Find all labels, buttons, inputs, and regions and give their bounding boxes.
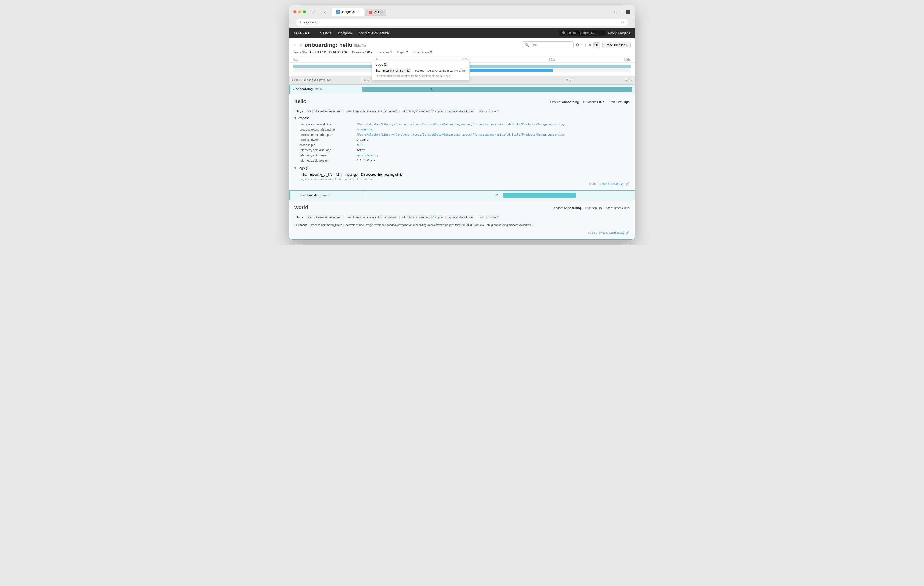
sort-up-icon[interactable]: ›: [294, 78, 295, 82]
mini-bar-world: [462, 69, 553, 72]
world-time-label: 1s: [495, 193, 498, 196]
process-val-4: 7641: [351, 143, 630, 148]
about-jaeger-btn[interactable]: About Jaeger ▾: [608, 31, 630, 35]
collapse-icon[interactable]: ▾: [300, 43, 302, 47]
spanid-row-hello: SpanID: b2cd4713c3a8fe0e 🔗: [294, 181, 630, 186]
process-inline-world: process.command_line = /Users/slashmo/Li…: [310, 224, 534, 227]
process-row-0: process.command_line /Users/slashmo/Libr…: [294, 122, 630, 127]
trace-meta: Trace Start April 8 2021, 15:01:21.250 D…: [294, 51, 630, 54]
sidebar-toggle-icon[interactable]: ⬜: [312, 10, 316, 14]
down-icon[interactable]: ↓: [584, 43, 587, 48]
minimize-button[interactable]: [298, 10, 301, 13]
process-key-6: telemetry.sdk.name: [294, 153, 351, 158]
tag-kv-0: internal.span.format = proto: [306, 109, 344, 113]
tag-world-kv-3: span.kind = internal: [447, 215, 475, 219]
process-key-0: process.command_line: [294, 122, 351, 127]
tooltip-kv1: meaning_of_life = 42: [381, 69, 411, 72]
span-timeline-hello: [362, 84, 635, 94]
spanid-link-world[interactable]: e7e0a7da5d3a30ac: [599, 231, 624, 234]
timeline-container: 0µs 1s 2.01s 3.01s 4.01s Logs (1): [289, 56, 635, 76]
zipkin-favicon: ⚠: [369, 11, 372, 14]
reload-icon[interactable]: ↻: [621, 20, 624, 24]
lookup-trace-input[interactable]: 🔍 Lookup by Trace ID...: [559, 30, 606, 36]
span-service-world: onboarding: [304, 194, 320, 197]
trace-total-spans-value: 2: [430, 51, 432, 54]
trace-services: Services 1: [378, 51, 392, 54]
trace-service-name: onboarding:: [304, 42, 337, 48]
address-bar-row: ℹ localhost ↻: [294, 18, 630, 28]
process-label: Process: [297, 116, 310, 120]
tags-expand-btn[interactable]: ›: [294, 110, 295, 113]
sort-collapse-icon[interactable]: »: [300, 78, 301, 82]
nav-item-system-architecture[interactable]: System Architecture: [356, 28, 393, 38]
forward-nav-icon[interactable]: ›: [324, 10, 325, 14]
close-icon[interactable]: ✕: [588, 43, 591, 48]
span-toggle-hello[interactable]: ▾: [293, 87, 294, 91]
tag-kv-4: status.code = 0: [478, 109, 500, 113]
tab-jaeger-close[interactable]: ✕: [357, 11, 360, 13]
search-icon: 🔍: [562, 31, 566, 35]
trace-services-value: 1: [390, 51, 392, 54]
process-expand-btn-world[interactable]: ›: [294, 224, 295, 227]
trace-depth-value: 2: [406, 51, 408, 54]
span-timeline-world: 1s: [366, 191, 635, 200]
tab-jaeger[interactable]: J Jaeger UI ✕: [332, 8, 363, 16]
process-row-4: process.pid 7641: [294, 143, 630, 148]
trace-total-spans: Total Spans 2: [413, 51, 432, 54]
spanid-row-world: SpanID: e7e0a7da5d3a30ac 🔗: [294, 230, 630, 235]
close-button[interactable]: [294, 10, 297, 13]
trace-operation-name: hello: [339, 42, 352, 48]
logs-header-btn[interactable]: ▾ Logs (1): [294, 166, 630, 170]
tab-zipkin[interactable]: ⚠ Zipkin: [365, 9, 386, 16]
tag-kv-2: otel.library.version = 0.0.1-alpha: [401, 109, 444, 113]
process-row-2: process.executable.path /Users/slashmo/L…: [294, 132, 630, 137]
browser-nav: ⬜ ‹ ›: [312, 10, 325, 14]
process-val-2: /Users/slashmo/Library/Developer/Xcode/D…: [351, 132, 630, 137]
detail-start-world-label: Start Time: 2.01s: [606, 206, 630, 210]
process-label-world: Process:: [297, 224, 309, 227]
span-service-hello: onboarding: [296, 87, 313, 91]
ssl-icon: ℹ: [300, 21, 301, 24]
back-nav-icon[interactable]: ‹: [319, 10, 321, 14]
span-detail-world: world Service: onboarding Duration: 1s S…: [289, 200, 635, 240]
address-bar[interactable]: ℹ localhost ↻: [297, 19, 627, 26]
trace-duration: Duration 4.01s: [352, 51, 373, 54]
span-toggle-world[interactable]: ▾: [300, 194, 302, 197]
tags-expand-btn-world[interactable]: ›: [294, 216, 295, 219]
back-button[interactable]: ←: [294, 43, 297, 48]
tabs-icon[interactable]: ⬛: [626, 10, 630, 15]
tab-jaeger-label: Jaeger UI: [342, 10, 355, 14]
ruler-t4: 4.01s: [624, 58, 630, 61]
detail-service-world: onboarding: [564, 206, 581, 210]
nav-right: 🔍 Lookup by Trace ID... About Jaeger ▾: [559, 30, 630, 36]
process-row-7: telemetry.sdk.version 0.0.1-alpha: [294, 158, 630, 163]
traffic-lights: [294, 10, 306, 13]
ruler-t0: 0µs: [294, 58, 298, 61]
logs-section-hello: ▾ Logs (1) › 1s: meaning_of_life = 42 | …: [294, 166, 630, 181]
timeline-view-btn[interactable]: Trace Timeline ▾: [602, 42, 630, 48]
settings-icon[interactable]: ⚙: [576, 43, 579, 48]
nav-item-search[interactable]: Search: [317, 28, 334, 38]
up-icon[interactable]: ↑: [581, 43, 583, 48]
detail-service-world-label: Service: onboarding: [552, 206, 581, 210]
detail-duration-hello: 4.01s: [597, 100, 604, 104]
share-icon[interactable]: ⬆: [613, 10, 617, 15]
sort-icons[interactable]: ▾ › ≫ »: [292, 78, 301, 82]
spanid-link-hello[interactable]: b2cd4713c3a8fe0e: [600, 182, 624, 185]
sort-expand-icon[interactable]: ≫: [296, 78, 299, 82]
detail-start-label: Start Time: 0µs: [609, 100, 630, 104]
logs-collapse-icon: ▾: [294, 166, 296, 170]
nav-item-compare[interactable]: Compare: [334, 28, 355, 38]
service-op-label: Service & Operation: [303, 78, 330, 82]
process-header-btn[interactable]: ▾ Process: [294, 116, 630, 120]
tooltip-eq: message = Discovered the meaning of life: [413, 69, 465, 72]
sort-down-icon[interactable]: ▾: [292, 78, 294, 82]
maximize-button[interactable]: [303, 10, 306, 13]
process-row-3: process.owner slashmo: [294, 137, 630, 143]
log-expand-icon[interactable]: ›: [300, 173, 300, 176]
jaeger-favicon: J: [336, 10, 340, 14]
find-input[interactable]: 🔍 Find...: [522, 41, 574, 48]
tag-world-kv-2: otel.library.version = 0.0.1-alpha: [401, 215, 444, 219]
new-tab-icon[interactable]: ＋: [619, 10, 623, 15]
process-val-7: 0.0.1-alpha: [351, 158, 630, 163]
